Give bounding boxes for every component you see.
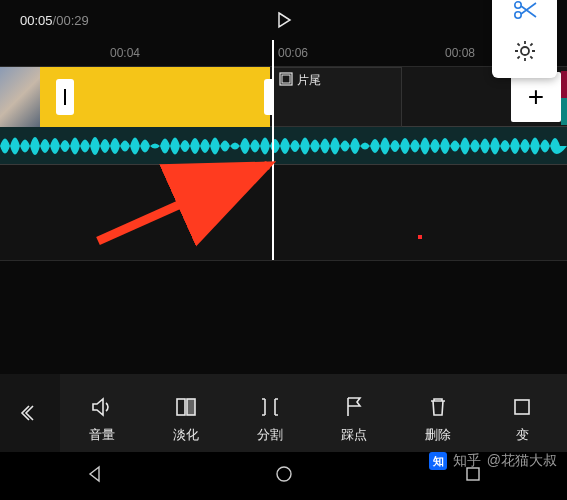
flag-icon: [341, 394, 367, 420]
current-time: 00:05: [20, 13, 53, 28]
marker-dot: [418, 235, 422, 239]
svg-text:知: 知: [431, 455, 443, 467]
tiktok-accent: [561, 71, 567, 125]
nav-home-icon[interactable]: [274, 464, 294, 488]
nav-back-icon[interactable]: [84, 463, 106, 489]
add-clip-button[interactable]: +: [511, 72, 561, 122]
video-track[interactable]: 片尾 +: [0, 67, 567, 127]
tool-label: 淡化: [173, 426, 199, 444]
tool-beat[interactable]: 踩点: [312, 382, 396, 444]
time-display: 00:05/00:29: [20, 13, 89, 28]
tool-split[interactable]: 分割: [228, 382, 312, 444]
ruler-tick: 00:06: [278, 46, 308, 60]
svg-rect-4: [282, 75, 290, 83]
svg-point-11: [277, 467, 291, 481]
empty-track[interactable]: [0, 165, 567, 260]
playback-bar: 00:05/00:29: [0, 0, 567, 40]
watermark-user: @花猫大叔: [487, 452, 557, 470]
watermark: 知 知乎 @花猫大叔: [429, 452, 557, 470]
tool-label: 分割: [257, 426, 283, 444]
timeline-ruler[interactable]: 00:04 00:06 00:08: [0, 40, 567, 66]
timeline-tracks[interactable]: 片尾 +: [0, 66, 567, 261]
edit-toolbar: 音量 淡化 分割 踩点 删除 变: [0, 374, 567, 452]
ending-clip[interactable]: 片尾: [272, 67, 402, 127]
tool-label: 踩点: [341, 426, 367, 444]
ruler-tick: 00:08: [445, 46, 475, 60]
svg-rect-7: [177, 399, 185, 415]
playhead[interactable]: [272, 40, 274, 260]
trash-icon: [425, 394, 451, 420]
tool-label: 变: [516, 426, 529, 444]
play-button[interactable]: [272, 8, 296, 32]
video-clip[interactable]: [40, 67, 270, 127]
split-icon: [257, 394, 283, 420]
svg-point-2: [521, 47, 529, 55]
svg-rect-10: [515, 400, 529, 414]
watermark-site: 知乎: [453, 452, 481, 470]
floating-tools-panel: [492, 0, 557, 78]
volume-icon: [89, 394, 115, 420]
svg-point-1: [514, 12, 520, 18]
clip-thumbnail[interactable]: [0, 67, 40, 127]
fade-icon: [173, 394, 199, 420]
ruler-tick: 00:04: [110, 46, 140, 60]
zhihu-icon: 知: [429, 452, 447, 470]
total-time: /00:29: [53, 13, 89, 28]
ending-icon: [279, 72, 293, 86]
scissors-icon[interactable]: [512, 0, 538, 24]
waveform: [0, 127, 567, 165]
audio-track[interactable]: [0, 127, 567, 165]
back-button[interactable]: [0, 374, 60, 452]
gear-icon[interactable]: [512, 38, 538, 68]
clip-handle-left[interactable]: [56, 79, 74, 115]
tool-volume[interactable]: 音量: [60, 382, 144, 444]
tool-label: 删除: [425, 426, 451, 444]
svg-rect-8: [187, 399, 195, 415]
svg-point-0: [514, 2, 520, 8]
ending-clip-label: 片尾: [297, 72, 321, 89]
tool-row: 音量 淡化 分割 踩点 删除 变: [60, 382, 567, 444]
crop-icon: [509, 394, 535, 420]
tool-delete[interactable]: 删除: [396, 382, 480, 444]
tool-more[interactable]: 变: [480, 382, 564, 444]
tool-label: 音量: [89, 426, 115, 444]
tool-fade[interactable]: 淡化: [144, 382, 228, 444]
